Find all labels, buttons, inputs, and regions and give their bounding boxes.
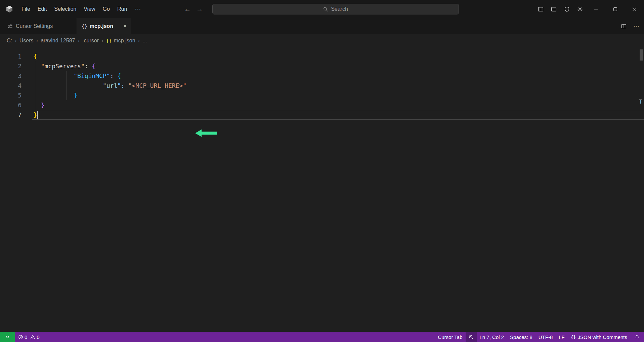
json-braces-icon: {} (106, 38, 112, 43)
problems-button[interactable]: 0 0 (15, 334, 45, 340)
breadcrumb: C: › Users › aravind-12587 › .cursor › {… (0, 34, 644, 47)
menu-selection[interactable]: Selection (50, 0, 80, 18)
split-editor-icon[interactable] (621, 24, 627, 29)
overview-ruler-marker: T (639, 99, 642, 105)
editor-tabstrip: Cursor Settings {} mcp.json × (0, 18, 644, 34)
breadcrumb-item-drive[interactable]: C: (7, 38, 12, 44)
chevron-right-icon: › (101, 37, 103, 44)
remote-indicator-button[interactable] (0, 332, 15, 342)
toggle-panel-icon[interactable] (551, 6, 557, 12)
maximize-button[interactable] (606, 0, 625, 18)
line-number: 2 (0, 61, 22, 71)
indentation-indicator[interactable]: Spaces: 8 (507, 332, 535, 342)
more-menus-button[interactable]: ⋯ (131, 0, 145, 18)
code-line[interactable]: 6 } (0, 100, 644, 110)
scrollbar-thumb[interactable] (640, 49, 643, 61)
chevron-right-icon: › (15, 37, 17, 44)
history-navigation: ← → (184, 0, 203, 18)
error-count: 0 (25, 334, 27, 340)
eol-indicator[interactable]: LF (556, 332, 568, 342)
statusbar-right: Cursor Tab Ln 7, Col 2 Spaces: 8 UTF-8 L… (435, 332, 644, 342)
code-lines: 1{2 "mcpServers": {3 "BiginMCP": {4 "url… (0, 47, 644, 120)
code-editor[interactable]: 1{2 "mcpServers": {3 "BiginMCP": {4 "url… (0, 47, 644, 332)
titlebar-actions (538, 0, 583, 18)
tab-cursor-settings[interactable]: Cursor Settings (0, 18, 77, 34)
line-number: 6 (0, 100, 22, 110)
tab-label: mcp.json (90, 23, 113, 29)
breadcrumb-item-file[interactable]: {} mcp.json (106, 38, 135, 44)
menu-file[interactable]: File (18, 0, 34, 18)
cursor-tab-toggle[interactable]: Cursor Tab (435, 332, 465, 342)
notifications-bell-icon[interactable] (630, 335, 644, 340)
json-braces-icon: {} (571, 335, 576, 340)
text-caret (37, 111, 38, 119)
code-text: "BiginMCP": { (22, 71, 121, 81)
code-line[interactable]: 5 } (0, 90, 644, 100)
close-window-button[interactable] (625, 0, 644, 18)
line-number: 5 (0, 90, 22, 100)
command-center-search[interactable]: Search (212, 4, 459, 14)
code-line[interactable]: 3 "BiginMCP": { (0, 71, 644, 81)
code-line[interactable]: 1{ (0, 51, 644, 61)
chevron-right-icon: › (78, 37, 80, 44)
code-text: } (22, 100, 45, 110)
remote-icon (5, 335, 10, 340)
encoding-indicator[interactable]: UTF-8 (535, 332, 556, 342)
statusbar: 0 0 Cursor Tab Ln 7, Col 2 Spaces: 8 UTF… (0, 332, 644, 342)
warning-count: 0 (37, 334, 39, 340)
menu-view[interactable]: View (80, 0, 99, 18)
code-line[interactable]: 7} (0, 110, 644, 120)
line-number: 7 (0, 110, 22, 120)
code-text: { (22, 51, 37, 61)
cursor-position-indicator[interactable]: Ln 7, Col 2 (477, 332, 507, 342)
breadcrumb-file-label: mcp.json (114, 38, 135, 44)
breadcrumb-item-cursor-folder[interactable]: .cursor (82, 38, 99, 44)
chevron-right-icon: › (36, 37, 38, 44)
app-window: File Edit Selection View Go Run ⋯ ← → Se… (0, 0, 644, 342)
navigate-forward-button[interactable]: → (196, 5, 203, 13)
window-controls (587, 0, 644, 18)
shield-icon[interactable] (564, 6, 570, 12)
green-arrow-annotation (195, 129, 218, 138)
minimize-button[interactable] (587, 0, 606, 18)
menu-run[interactable]: Run (114, 0, 131, 18)
breadcrumb-item-users[interactable]: Users (19, 38, 34, 44)
line-number: 3 (0, 71, 22, 81)
code-text: } (22, 110, 37, 120)
line-number: 4 (0, 81, 22, 90)
language-mode-indicator[interactable]: {} JSON with Comments (568, 332, 630, 342)
toggle-sidebar-icon[interactable] (538, 6, 544, 12)
navigate-back-button[interactable]: ← (184, 5, 191, 13)
settings-sliders-icon (7, 24, 13, 29)
code-line[interactable]: 4 "url": "<MCP_URL_HERE>" (0, 81, 644, 90)
menu-edit[interactable]: Edit (34, 0, 51, 18)
titlebar: File Edit Selection View Go Run ⋯ ← → Se… (0, 0, 644, 18)
zoom-icon[interactable] (466, 332, 477, 342)
tab-mcp-json[interactable]: {} mcp.json × (77, 18, 131, 34)
line-number: 1 (0, 51, 22, 61)
code-text: "mcpServers": { (22, 61, 95, 71)
chevron-right-icon: › (138, 37, 140, 44)
code-line[interactable]: 2 "mcpServers": { (0, 61, 644, 71)
close-tab-icon[interactable]: × (123, 23, 127, 29)
more-actions-icon[interactable]: ⋯ (633, 23, 639, 30)
editor-actions: ⋯ (621, 18, 639, 34)
error-icon (18, 335, 23, 340)
json-braces-icon: {} (82, 24, 87, 29)
settings-gear-icon[interactable] (577, 6, 583, 12)
cursor-logo-icon (5, 5, 13, 13)
tab-label: Cursor Settings (16, 23, 53, 29)
warning-icon (30, 335, 35, 340)
code-text: "url": "<MCP_URL_HERE>" (22, 81, 186, 90)
breadcrumb-item-user-folder[interactable]: aravind-12587 (41, 38, 75, 44)
menu-go[interactable]: Go (99, 0, 114, 18)
search-label: Search (331, 6, 348, 12)
search-icon (323, 7, 328, 12)
code-text: } (22, 90, 77, 100)
language-label: JSON with Comments (577, 334, 627, 340)
breadcrumb-item-symbol[interactable]: ... (142, 38, 147, 44)
